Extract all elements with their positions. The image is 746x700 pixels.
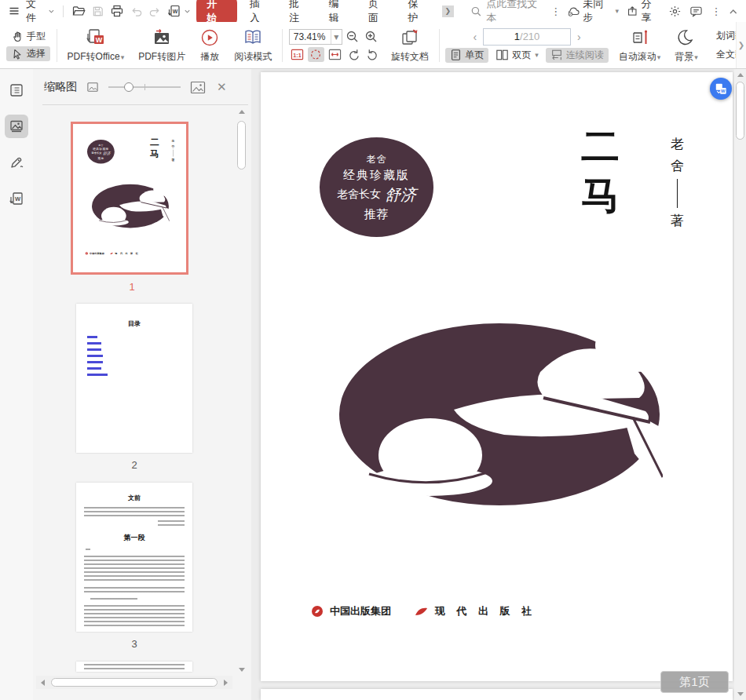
cloud-unsynced-icon: [566, 5, 580, 17]
thumbnail-page-2: 目录: [76, 304, 192, 453]
svg-text:W: W: [96, 35, 103, 43]
slider-handle[interactable]: [124, 82, 133, 92]
page-nav-group: ‹ 1/210 › 单页 双页 ▾ 连续阅读: [445, 28, 609, 63]
thumbnail-item-4[interactable]: [76, 662, 192, 672]
thumbnail-item-2[interactable]: 目录 2: [76, 304, 192, 471]
play-label: 播放: [200, 50, 219, 64]
badge-signature: 舒济: [385, 184, 416, 206]
more-menu-icon[interactable]: ⋮: [711, 5, 721, 17]
badge-line-2: 经典珍藏版: [343, 168, 410, 183]
fit-page-button[interactable]: [308, 47, 324, 62]
rotate-document-label: 旋转文档: [391, 50, 429, 64]
play-button[interactable]: 播放: [196, 27, 224, 64]
chevron-down-icon: ▾: [535, 51, 539, 59]
scroll-down-arrow[interactable]: [737, 692, 744, 696]
auto-scroll-button[interactable]: 自动滚动▾: [615, 27, 665, 64]
pdf-to-image-button[interactable]: PDF转图片: [134, 27, 189, 64]
thumbnail-item-3[interactable]: 文前 第一段 3: [76, 483, 192, 650]
continuous-reading-label: 连续阅读: [566, 49, 604, 62]
scroll-up-arrow[interactable]: [239, 110, 245, 114]
search-options-icon[interactable]: ⋮: [550, 5, 561, 17]
thumbnail-panel-button[interactable]: [5, 115, 28, 138]
collapse-ribbon-icon[interactable]: [729, 8, 738, 15]
toolbar-expand-button[interactable]: ❯: [736, 22, 746, 68]
scroll-right-arrow[interactable]: [224, 680, 228, 686]
rotate-right-button[interactable]: [364, 47, 381, 62]
actual-size-button[interactable]: 1:1: [289, 47, 305, 62]
scrollbar-thumb[interactable]: [51, 678, 218, 687]
mini-cover-author: 老舍 著: [171, 139, 174, 162]
text-lines: [84, 556, 185, 583]
text-lines: [84, 587, 185, 594]
continuous-reading-icon: [550, 49, 563, 61]
zoom-group: 73.41% ▾ 1:1: [289, 29, 381, 62]
fit-width-button[interactable]: [327, 47, 343, 62]
rotate-document-button[interactable]: 旋转文档: [387, 27, 433, 64]
feedback-icon[interactable]: [689, 5, 703, 18]
thumbnail-item-1[interactable]: 老舍 经典珍藏版 老舍长女舒济 推荐 二马 老舍 著: [71, 122, 193, 293]
mini-cover-title: 二马: [150, 137, 159, 159]
auto-scroll-icon: [630, 27, 650, 48]
zoom-level-select[interactable]: 73.41% ▾: [289, 29, 342, 45]
settings-gear-icon[interactable]: [668, 5, 682, 18]
undo-icon[interactable]: [130, 5, 143, 18]
tool-mode-group: 手型 选择: [6, 29, 50, 61]
panel-vertical-scrollbar[interactable]: [236, 107, 248, 672]
pdf-to-office-button[interactable]: W PDF转Office▾: [64, 27, 129, 64]
tabs-overflow-button[interactable]: ❯: [442, 5, 454, 17]
print-icon[interactable]: [110, 4, 124, 18]
main-vertical-scrollbar[interactable]: [734, 69, 746, 700]
thumbnail-page-3: 文前 第一段: [76, 483, 192, 632]
prev-page-button[interactable]: ‹: [469, 31, 481, 43]
page-number-input[interactable]: 1/210: [483, 28, 571, 46]
reading-mode-button[interactable]: 阅读模式: [230, 27, 276, 64]
hand-tool-button[interactable]: 手型: [6, 29, 50, 44]
continuous-reading-button[interactable]: 连续阅读: [546, 48, 609, 63]
document-page-1[interactable]: 老舍 经典珍藏版 老舍长女舒济 推荐 二马 老舍 著: [261, 72, 733, 681]
play-icon: [199, 27, 220, 48]
toc-links: [87, 336, 192, 376]
title-char-1: 二: [581, 127, 620, 166]
background-button[interactable]: 背景▾: [671, 27, 702, 64]
open-file-icon[interactable]: [71, 4, 86, 18]
full-translate-button[interactable]: A文 全文翻译: [708, 47, 740, 62]
save-icon[interactable]: [91, 5, 104, 18]
slider-tick: [144, 84, 145, 90]
single-page-button[interactable]: 单页: [445, 48, 488, 63]
zoom-in-button[interactable]: [364, 29, 380, 44]
export-word-panel-button[interactable]: W: [5, 187, 28, 210]
zoom-out-button[interactable]: [345, 29, 361, 44]
thumbnail-size-small-icon[interactable]: [86, 82, 99, 93]
floating-export-word-button[interactable]: W: [710, 78, 732, 100]
divider: [57, 29, 57, 62]
chevron-down-icon: ▾: [121, 53, 125, 61]
thumbnail-size-slider[interactable]: [108, 82, 181, 92]
panel-horizontal-scrollbar[interactable]: [36, 676, 232, 689]
two-page-button[interactable]: 双页 ▾: [491, 48, 543, 63]
hamburger-menu-icon[interactable]: [8, 5, 20, 17]
outline-panel-button[interactable]: [5, 78, 28, 102]
export-word-menu[interactable]: W: [167, 4, 191, 18]
share-icon: [627, 5, 638, 17]
thumbnail-size-large-icon[interactable]: [190, 81, 206, 94]
svg-text:W: W: [173, 9, 178, 14]
scrollbar-thumb[interactable]: [237, 121, 246, 170]
auto-scroll-label: 自动滚动: [619, 51, 656, 62]
scroll-up-arrow[interactable]: [737, 73, 744, 77]
close-panel-button[interactable]: ✕: [217, 80, 227, 94]
word-translate-button[interactable]: 文 划词翻译: [708, 28, 740, 43]
scroll-left-arrow[interactable]: [41, 680, 45, 686]
thumbnail-panel: 缩略图 ✕ 老舍 经典珍藏版 老舍长女舒济 推荐: [33, 69, 251, 700]
rotate-left-button[interactable]: [346, 47, 362, 62]
next-page-button[interactable]: ›: [573, 31, 585, 43]
thumbnail-selected-border: 老舍 经典珍藏版 老舍长女舒济 推荐 二马 老舍 著: [71, 122, 188, 275]
scrollbar-thumb[interactable]: [736, 82, 744, 140]
hand-tool-label: 手型: [27, 30, 46, 43]
select-tool-button[interactable]: 选择: [6, 46, 50, 61]
thumbnail-page-4: [76, 662, 192, 672]
redo-icon[interactable]: [148, 5, 162, 18]
annotate-panel-button[interactable]: [5, 151, 28, 174]
document-area: 老舍 经典珍藏版 老舍长女舒济 推荐 二马 老舍 著: [251, 69, 746, 700]
scroll-down-arrow[interactable]: [239, 668, 245, 672]
text-lines: [86, 549, 90, 552]
